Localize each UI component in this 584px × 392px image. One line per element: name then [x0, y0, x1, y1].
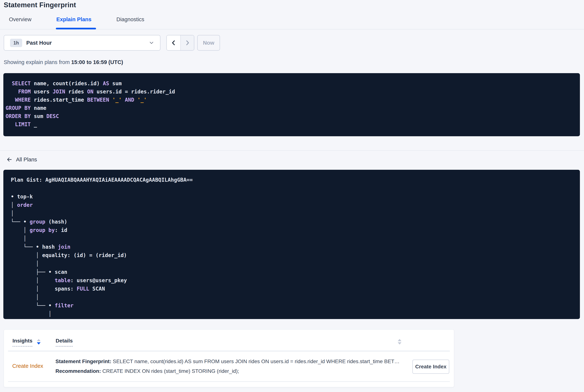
code-line: │ group by: id: [11, 226, 580, 234]
recommendation-value: CREATE INDEX ON rides (start_time) STORI…: [101, 368, 239, 374]
chevron-down-icon: [148, 40, 154, 46]
code-line: Plan Gist: AgHUAQIABQAAAHYAQIAiAEAAAADCQ…: [11, 176, 580, 184]
sort-down-triangle: [37, 342, 40, 344]
status-prefix: Showing explain plans from: [4, 59, 71, 65]
fingerprint-value: SELECT name, count(rides.id) AS sum FROM…: [111, 358, 404, 364]
recommendation-label: Recommendation:: [55, 368, 101, 374]
time-range-badge: 1h: [10, 39, 22, 47]
status-time-range: 15:00 to 16:59 (UTC): [71, 59, 123, 65]
insights-column-label[interactable]: Insights: [12, 338, 32, 346]
code-line: ├── • scan: [11, 268, 580, 276]
recommendation-line: Recommendation: CREATE INDEX ON rides (s…: [55, 366, 404, 376]
fingerprint-label: Statement Fingerprint:: [55, 358, 111, 364]
code-line: │: [11, 293, 580, 301]
time-pager: [166, 35, 194, 51]
tab-bar: Overview Explain Plans Diagnostics: [9, 16, 144, 22]
sort-up-triangle: [398, 339, 401, 341]
chevron-right-icon: [184, 40, 191, 46]
table-header-rule: [8, 351, 450, 351]
next-interval-button[interactable]: [180, 35, 194, 50]
sort-down-triangle: [398, 342, 401, 344]
sort-icon-insights[interactable]: [37, 339, 40, 344]
code-line: │: [11, 234, 580, 243]
back-arrow-icon: [6, 156, 13, 163]
create-index-button[interactable]: Create Index: [412, 360, 449, 374]
code-line: GROUP BY name: [5, 104, 580, 112]
time-range-label: Past Hour: [26, 40, 148, 46]
tab-explain-plans[interactable]: Explain Plans: [56, 16, 91, 22]
code-line: │: [11, 310, 580, 318]
code-line: SELECT name, count(rides.id) AS sum: [5, 80, 580, 88]
code-line: FROM users JOIN rides ON users.id = ride…: [5, 88, 580, 96]
code-line: LIMIT _: [5, 120, 580, 128]
section-divider: [0, 150, 584, 151]
time-range-select[interactable]: 1h Past Hour: [4, 35, 160, 51]
column-header-details: Details: [56, 338, 73, 346]
sql-fingerprint-code-block: SELECT name, count(rides.id) AS sum FROM…: [3, 73, 580, 136]
plan-gist-code-block: Plan Gist: AgHUAQIABQAAAHYAQIAiAEAAAADCQ…: [3, 170, 580, 319]
code-line: │ spans: FULL SCAN: [11, 284, 580, 293]
code-line: └── • group (hash): [11, 218, 580, 226]
page-title: Statement Fingerprint: [4, 1, 76, 9]
sort-up-triangle: [37, 339, 40, 341]
code-line: │: [11, 209, 580, 218]
active-tab-underline: [56, 28, 96, 30]
tab-diagnostics[interactable]: Diagnostics: [116, 16, 144, 22]
all-plans-label: All Plans: [16, 156, 37, 163]
code-line: WHERE rides.start_time BETWEEN '_' AND '…: [5, 96, 580, 104]
code-line: • top-k: [11, 192, 580, 201]
details-column-label[interactable]: Details: [56, 338, 73, 346]
code-line: └── • hash join: [11, 243, 580, 251]
sort-icon-secondary[interactable]: [398, 339, 401, 344]
chevron-left-icon: [170, 40, 177, 46]
code-line: │ equality: (id) = (rider_id): [11, 251, 580, 260]
code-line: │ table: users@users_pkey: [11, 276, 580, 284]
code-line: │ order: [11, 201, 580, 209]
code-line: ORDER BY sum DESC: [5, 112, 580, 120]
now-button[interactable]: Now: [197, 35, 220, 51]
insight-details-cell: Statement Fingerprint: SELECT name, coun…: [55, 357, 404, 376]
previous-interval-button[interactable]: [167, 35, 180, 50]
statement-fingerprint-line: Statement Fingerprint: SELECT name, coun…: [55, 357, 404, 366]
code-line: │: [11, 260, 580, 268]
tab-overview[interactable]: Overview: [9, 16, 31, 22]
all-plans-back-link[interactable]: All Plans: [6, 156, 37, 163]
code-line: └── • filter: [11, 301, 580, 310]
code-line: [11, 184, 580, 192]
column-header-sort-secondary: [398, 338, 401, 344]
showing-plans-status: Showing explain plans from 15:00 to 16:5…: [4, 59, 123, 65]
create-index-link[interactable]: Create Index: [12, 363, 43, 369]
table-row-rule: [8, 382, 450, 382]
column-header-insights: Insights: [12, 338, 40, 346]
